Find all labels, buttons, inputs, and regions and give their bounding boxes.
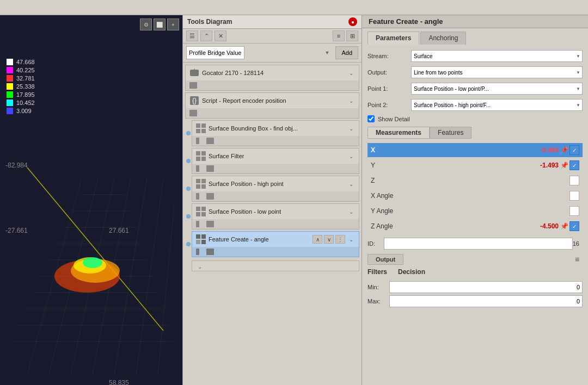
tab-anchoring[interactable]: Anchoring <box>420 32 466 45</box>
tool-angle-header[interactable]: Feature Create - angle ∧ ∨ ⋮ ⌄ <box>192 232 359 247</box>
tab-parameters[interactable]: Parameters <box>367 32 419 45</box>
svg-rect-46 <box>206 193 214 200</box>
svg-rect-57 <box>196 249 199 255</box>
canvas-settings-btn[interactable]: ⚙ <box>140 18 152 30</box>
tool-angle-expand[interactable]: ⌄ <box>347 235 356 244</box>
measurement-Z: Z <box>367 173 583 188</box>
right-panel: Feature Create - angle Parameters Anchor… <box>362 15 588 385</box>
toolbar-rows-btn[interactable]: ≡ <box>333 30 345 41</box>
decision-label: Decision <box>398 268 425 276</box>
tool-script-expand[interactable]: ⌄ <box>347 96 356 105</box>
output-button[interactable]: Output <box>367 254 403 265</box>
svg-rect-23 <box>190 70 199 76</box>
tool-up-btn[interactable]: ∧ <box>313 235 322 244</box>
tool-item-filter: Surface Filter ⌄ <box>192 148 359 174</box>
svg-rect-31 <box>196 129 200 133</box>
diagram-header: Tools Diagram ● <box>183 15 362 29</box>
meas-ZAngle-checkbox[interactable] <box>569 221 579 231</box>
meas-ZAngle-pin[interactable]: 📌 <box>559 221 569 232</box>
filter-icon <box>195 151 206 162</box>
tool-filter-name: Surface Filter <box>209 153 345 159</box>
tool-highpoint-footer <box>192 191 359 201</box>
svg-rect-29 <box>196 123 200 128</box>
diagram-title: Tools Diagram <box>187 18 232 26</box>
tool-down-btn[interactable]: ∨ <box>324 235 334 244</box>
max-label: Max: <box>367 298 389 305</box>
id-field[interactable] <box>384 238 573 250</box>
tool-gocator-expand[interactable]: ⌄ <box>347 69 356 77</box>
max-field[interactable] <box>389 295 583 307</box>
inner-tab-measurements[interactable]: Measurements <box>367 127 430 139</box>
left-connector-filter <box>186 159 191 163</box>
toolbar-up-btn[interactable]: ⌃ <box>200 30 212 41</box>
meas-Y-pin[interactable]: 📌 <box>559 160 569 171</box>
tool-filter-footer <box>192 164 359 173</box>
tool-highpoint-header[interactable]: Surface Position - high point ⌄ <box>192 176 359 191</box>
diagram-close-btn[interactable]: ● <box>348 17 357 26</box>
tool-more-btn[interactable]: ⋮ <box>335 235 345 244</box>
output-select[interactable]: Line from two points <box>411 66 583 78</box>
svg-rect-47 <box>196 207 200 211</box>
left-connector-angle <box>186 242 191 246</box>
toolbar-x-btn[interactable]: ✕ <box>215 30 226 41</box>
legend-value-2: 40.225 <box>16 67 35 73</box>
meas-Z-checkbox[interactable] <box>569 176 579 185</box>
tool-lowpoint-expand[interactable]: ⌄ <box>347 207 356 216</box>
tool-next-expand[interactable]: ⌄ <box>195 262 204 271</box>
inner-tab-features[interactable]: Features <box>430 127 471 139</box>
meas-XAngle-checkbox[interactable] <box>569 191 579 201</box>
tool-item-highpoint: Surface Position - high point ⌄ <box>192 176 359 202</box>
svg-rect-35 <box>196 151 200 156</box>
tool-angle-footer <box>192 247 359 257</box>
tool-item-script-header[interactable]: {} Script - Report encoder position ⌄ <box>186 93 359 108</box>
svg-rect-53 <box>196 234 200 239</box>
point1-label: Point 1: <box>367 85 411 92</box>
inner-tabs: Measurements Features <box>367 127 583 139</box>
tool-bbox-expand[interactable]: ⌄ <box>347 124 356 133</box>
meas-Z-label: Z <box>371 177 414 184</box>
legend-value-3: 32.781 <box>16 75 35 82</box>
tool-filter-header[interactable]: Surface Filter ⌄ <box>192 148 359 164</box>
min-field[interactable] <box>389 281 583 293</box>
svg-rect-54 <box>201 234 206 239</box>
show-detail-checkbox[interactable] <box>367 115 375 122</box>
profile-select[interactable]: Profile Bridge Value <box>186 46 244 59</box>
svg-rect-39 <box>196 165 199 172</box>
measurement-X: X -0.464 📌 <box>367 143 583 157</box>
output-list-icon[interactable]: ≡ <box>572 254 583 265</box>
legend-color-5 <box>7 91 13 98</box>
tool-item-gocator: Gocator 2170 - 128114 ⌄ <box>185 65 359 91</box>
tool-filter-expand[interactable]: ⌄ <box>347 152 356 160</box>
left-connector-highpoint <box>186 187 191 191</box>
meas-X-pin[interactable]: 📌 <box>559 145 569 156</box>
tool-item-gocator-header[interactable]: Gocator 2170 - 128114 ⌄ <box>186 65 359 80</box>
point1-row: Point 1: Surface Position - low point/P.… <box>367 83 583 95</box>
script-icon: {} <box>189 95 200 106</box>
stream-select[interactable]: Surface <box>411 50 583 62</box>
tools-list: Gocator 2170 - 128114 ⌄ {} Script - Repo… <box>183 63 362 385</box>
meas-X-label: X <box>371 146 414 154</box>
svg-rect-41 <box>196 179 200 183</box>
add-button[interactable]: Add <box>335 46 358 59</box>
meas-X-value: -0.464 <box>414 146 559 154</box>
canvas-view-btn[interactable]: ⬜ <box>154 18 166 30</box>
tool-highpoint-expand[interactable]: ⌄ <box>347 179 356 188</box>
meas-YAngle-checkbox[interactable] <box>569 206 579 216</box>
tool-lowpoint-header[interactable]: Surface Position - low point ⌄ <box>192 204 359 219</box>
point1-select[interactable]: Surface Position - low point/P... <box>411 83 583 95</box>
svg-rect-51 <box>196 221 199 227</box>
svg-rect-43 <box>196 184 200 189</box>
toolbar-list-btn[interactable]: ☰ <box>186 30 198 41</box>
meas-Y-label: Y <box>371 162 414 169</box>
meas-XAngle-label: X Angle <box>371 192 414 200</box>
canvas-add-btn[interactable]: + <box>167 18 179 30</box>
tool-script-name: Script - Report encoder position <box>202 97 345 104</box>
meas-ZAngle-label: Z Angle <box>371 222 414 230</box>
toolbar-grid-btn[interactable]: ⊞ <box>346 30 358 41</box>
point2-select[interactable]: Surface Position - high point/F... <box>411 99 583 111</box>
meas-Y-checkbox[interactable] <box>569 160 579 170</box>
tool-bbox-header[interactable]: Surface Bounding Box - find obj... ⌄ <box>192 121 359 136</box>
top-bar <box>0 0 588 15</box>
measurement-XAngle: X Angle <box>367 189 583 203</box>
meas-X-checkbox[interactable] <box>569 145 579 155</box>
